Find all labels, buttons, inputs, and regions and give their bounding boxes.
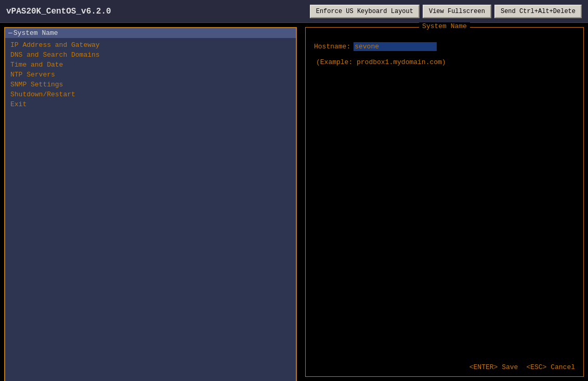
menu-arrow-icon: ― <box>8 29 12 37</box>
esc-hint: <ESC> Cancel <box>526 363 575 371</box>
app-title: vPAS20K_CentOS_v6.2.0 <box>6 7 111 16</box>
menu-item-time-date[interactable]: Time and Date <box>5 60 296 70</box>
menu-item-exit[interactable]: Exit <box>5 99 296 109</box>
top-buttons: Enforce US Keyboard Layout View Fullscre… <box>310 5 582 18</box>
right-panel: System Name Hostname: (Example: prodbox1… <box>301 23 588 381</box>
dialog-box: System Name Hostname: (Example: prodbox1… <box>305 27 584 377</box>
hostname-example: (Example: prodbox1.mydomain.com) <box>314 58 575 66</box>
enforce-keyboard-button[interactable]: Enforce US Keyboard Layout <box>310 5 420 18</box>
enter-hint: <ENTER> Save <box>469 363 518 371</box>
menu-item-dns[interactable]: DNS and Search Domains <box>5 50 296 60</box>
menu-title-label: System Name <box>14 29 58 37</box>
menu-item-snmp[interactable]: SNMP Settings <box>5 80 296 90</box>
main-area: ― System Name IP Address and Gateway DNS… <box>0 23 588 381</box>
menu-item-ntp[interactable]: NTP Servers <box>5 70 296 80</box>
send-ctrl-alt-delete-button[interactable]: Send Ctrl+Alt+Delete <box>494 5 582 18</box>
hostname-input[interactable] <box>354 42 437 51</box>
dialog-footer: <ENTER> Save <ESC> Cancel <box>469 363 575 371</box>
left-panel: ― System Name IP Address and Gateway DNS… <box>4 27 297 381</box>
dialog-title: System Name <box>419 22 470 30</box>
view-fullscreen-button[interactable]: View Fullscreen <box>423 5 491 18</box>
dialog-content: Hostname: (Example: prodbox1.mydomain.co… <box>306 28 583 77</box>
menu-items: IP Address and Gateway DNS and Search Do… <box>5 38 296 111</box>
menu-item-ip-address[interactable]: IP Address and Gateway <box>5 40 296 50</box>
top-bar: vPAS20K_CentOS_v6.2.0 Enforce US Keyboar… <box>0 0 588 23</box>
menu-title: ― System Name <box>5 28 296 38</box>
hostname-label: Hostname: <box>314 43 350 50</box>
hostname-row: Hostname: <box>314 42 575 51</box>
menu-item-shutdown[interactable]: Shutdown/Restart <box>5 90 296 99</box>
